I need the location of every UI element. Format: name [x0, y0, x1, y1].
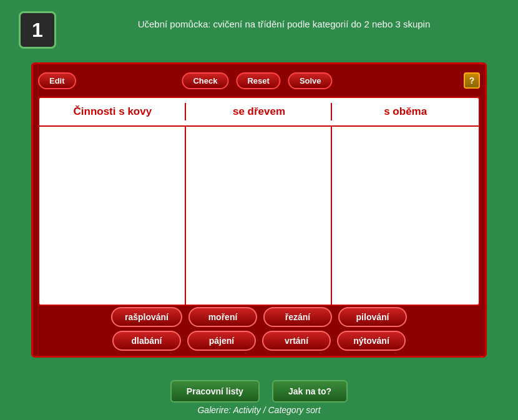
- center-buttons: Check Reset Solve: [182, 72, 336, 89]
- word-vrtani[interactable]: vrtání: [262, 331, 331, 351]
- solve-button[interactable]: Solve: [288, 72, 333, 89]
- toolbar: Edit Check Reset Solve ?: [38, 69, 480, 92]
- content-area: Činnosti s kovy se dřevem s oběma: [38, 97, 480, 306]
- jak-na-to-button[interactable]: Jak na to?: [272, 380, 348, 403]
- header-title: Učební pomůcka: cvičení na třídění podle…: [69, 19, 499, 29]
- edit-button[interactable]: Edit: [38, 72, 76, 89]
- main-panel: Edit Check Reset Solve ? Činnosti s kovy…: [31, 62, 487, 358]
- bottom-buttons: Pracovní listy Jak na to?: [0, 380, 518, 403]
- word-rasplování[interactable]: rašplování: [111, 307, 182, 327]
- word-row-2: dlabání pájení vrtání nýtování: [38, 331, 480, 351]
- drop-zone-1[interactable]: [39, 127, 186, 305]
- word-nytovani[interactable]: nýtování: [337, 331, 406, 351]
- word-bank: rašplování moření řezání pilování dlabán…: [38, 307, 480, 351]
- footer-text: Galerire: Activity / Category sort: [0, 405, 518, 415]
- category-col-2: se dřevem: [186, 103, 333, 120]
- help-button[interactable]: ?: [464, 72, 480, 89]
- reset-button[interactable]: Reset: [236, 72, 280, 89]
- word-pilovani[interactable]: pilování: [338, 307, 407, 327]
- drop-zone-3[interactable]: [332, 127, 479, 305]
- word-pajeni[interactable]: pájení: [187, 331, 256, 351]
- word-row-1: rašplování moření řezání pilování: [38, 307, 480, 327]
- word-moreni[interactable]: moření: [188, 307, 257, 327]
- category-col-3: s oběma: [332, 103, 479, 120]
- number-badge: 1: [19, 11, 56, 49]
- word-dlabani[interactable]: dlabání: [112, 331, 181, 351]
- drop-zones: [39, 127, 479, 305]
- category-col-1: Činnosti s kovy: [39, 103, 186, 120]
- pracovni-listy-button[interactable]: Pracovní listy: [170, 380, 260, 403]
- drop-zone-2[interactable]: [186, 127, 333, 305]
- check-button[interactable]: Check: [182, 72, 228, 89]
- word-rezani[interactable]: řezání: [263, 307, 332, 327]
- category-headers: Činnosti s kovy se dřevem s oběma: [39, 98, 479, 127]
